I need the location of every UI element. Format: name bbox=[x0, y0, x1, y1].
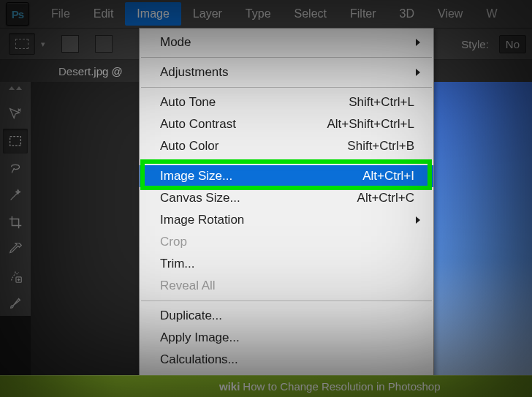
menu-item-label: Apply Image... bbox=[160, 330, 414, 345]
marquee-selector-well[interactable] bbox=[9, 33, 35, 55]
menu-item-duplicate[interactable]: Duplicate... bbox=[140, 305, 433, 327]
chevron-down-icon[interactable]: ▾ bbox=[41, 39, 45, 49]
menu-item-label: Crop bbox=[160, 235, 414, 249]
document-tab[interactable]: Desert.jpg @ bbox=[58, 65, 123, 77]
eyedropper-tool[interactable] bbox=[3, 237, 28, 262]
menu-item-label: Reveal All bbox=[160, 279, 414, 293]
menu-item-crop: Crop bbox=[140, 231, 433, 253]
menu-item-label: Trim... bbox=[160, 257, 414, 271]
menu-item-shortcut: Shift+Ctrl+B bbox=[347, 139, 414, 154]
menu-item-shortcut: Shift+Ctrl+L bbox=[349, 95, 414, 110]
marquee-icon bbox=[15, 39, 28, 49]
menu-type[interactable]: Type bbox=[234, 2, 283, 26]
ps-logo-text: Ps bbox=[12, 8, 23, 20]
menu-item-shortcut: Alt+Shift+Ctrl+L bbox=[327, 117, 414, 132]
swatch-2[interactable] bbox=[95, 35, 113, 53]
menu-separator bbox=[141, 87, 432, 88]
style-value[interactable]: No bbox=[499, 35, 526, 53]
image-menu-dropdown: ModeAdjustmentsAuto ToneShift+Ctrl+LAuto… bbox=[139, 28, 434, 377]
magic-wand-tool[interactable] bbox=[3, 183, 28, 208]
ps-logo: Ps bbox=[6, 2, 29, 26]
menu-item-apply-image[interactable]: Apply Image... bbox=[140, 327, 433, 349]
menu-item-label: Image Size... bbox=[160, 169, 362, 184]
menu-item-label: Duplicate... bbox=[160, 309, 414, 323]
caption-text: How to Change Resolution in Photoshop bbox=[243, 380, 440, 393]
menu-filter[interactable]: Filter bbox=[338, 2, 388, 26]
menu-3d[interactable]: 3D bbox=[388, 2, 426, 26]
brush-tool[interactable] bbox=[3, 291, 28, 316]
caption-brand: wiki bbox=[219, 380, 240, 393]
swatch-1[interactable] bbox=[61, 35, 79, 53]
move-tool[interactable] bbox=[3, 102, 28, 126]
menu-item-label: Calculations... bbox=[160, 352, 414, 367]
menu-file[interactable]: File bbox=[39, 2, 82, 26]
menu-item-canvas-size[interactable]: Canvas Size...Alt+Ctrl+C bbox=[140, 187, 433, 209]
menu-item-shortcut: Alt+Ctrl+I bbox=[362, 169, 414, 184]
menu-separator bbox=[141, 300, 432, 301]
tutorial-caption: wiki How to Change Resolution in Photosh… bbox=[0, 375, 532, 397]
menu-item-trim[interactable]: Trim... bbox=[140, 253, 433, 275]
menu-item-auto-tone[interactable]: Auto ToneShift+Ctrl+L bbox=[140, 91, 433, 113]
menu-item-label: Auto Color bbox=[160, 139, 347, 154]
menu-item-label: Auto Tone bbox=[160, 95, 349, 110]
menu-item-auto-contrast[interactable]: Auto ContrastAlt+Shift+Ctrl+L bbox=[140, 113, 433, 135]
healing-brush-tool[interactable] bbox=[3, 264, 28, 289]
menu-layer[interactable]: Layer bbox=[181, 2, 234, 26]
menu-item-calculations[interactable]: Calculations... bbox=[140, 349, 433, 371]
menubar: Ps File Edit Image Layer Type Select Fil… bbox=[0, 0, 532, 28]
toolbar-collapse-icon[interactable] bbox=[5, 86, 26, 95]
menu-separator bbox=[141, 161, 432, 162]
toolbar bbox=[0, 82, 31, 316]
menu-select[interactable]: Select bbox=[283, 2, 338, 26]
crop-tool[interactable] bbox=[3, 210, 28, 235]
menu-item-image-rotation[interactable]: Image Rotation bbox=[140, 209, 433, 231]
style-label: Style: bbox=[461, 38, 489, 50]
menu-view[interactable]: View bbox=[426, 2, 474, 26]
menu-item-shortcut: Alt+Ctrl+C bbox=[357, 191, 414, 205]
menu-item-label: Auto Contrast bbox=[160, 117, 327, 132]
marquee-tool[interactable] bbox=[3, 129, 28, 154]
menu-item-auto-color[interactable]: Auto ColorShift+Ctrl+B bbox=[140, 135, 433, 157]
menu-item-image-size[interactable]: Image Size...Alt+Ctrl+I bbox=[140, 165, 433, 187]
menu-edit[interactable]: Edit bbox=[82, 2, 126, 26]
menu-window-cut[interactable]: W bbox=[474, 2, 509, 26]
menu-item-label: Image Rotation bbox=[160, 213, 414, 227]
menu-item-reveal-all: Reveal All bbox=[140, 275, 433, 297]
menu-item-label: Adjustments bbox=[160, 65, 414, 80]
menu-image[interactable]: Image bbox=[125, 2, 180, 26]
menu-item-label: Mode bbox=[160, 35, 414, 50]
menu-separator bbox=[141, 57, 432, 58]
svg-rect-0 bbox=[10, 137, 21, 146]
menu-item-label: Canvas Size... bbox=[160, 191, 357, 205]
menu-item-mode[interactable]: Mode bbox=[140, 31, 433, 53]
lasso-tool[interactable] bbox=[3, 156, 28, 181]
menu-item-adjustments[interactable]: Adjustments bbox=[140, 61, 433, 83]
